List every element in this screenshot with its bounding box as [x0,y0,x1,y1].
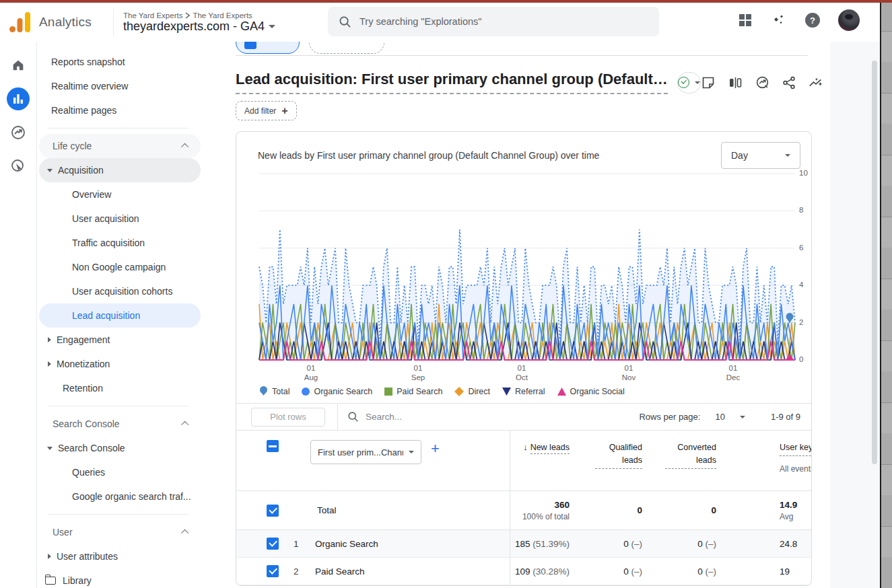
add-comparison-chip[interactable] [309,42,384,54]
table-search-input[interactable]: Search... [347,411,402,422]
chevron-down-icon [785,154,790,157]
legend-item[interactable]: Organic Social [557,387,625,396]
sidebar-item-overview[interactable]: Overview [38,182,202,207]
sidebar-item-google-organic-search[interactable]: Google organic search traf... [38,484,202,509]
table-row[interactable]: 2 Paid Search 109 (30.28%) 0 (–) 0 (–) 1… [236,558,811,585]
select-all-checkbox[interactable] [267,440,279,452]
app-bar: Analytics The Yard Experts The Yard Expe… [0,3,880,42]
legend-item[interactable]: Direct [454,387,490,396]
sidebar-item-acquisition[interactable]: Acquisition [39,158,201,182]
row-checkbox[interactable] [267,538,279,550]
column-header-user-key-events[interactable]: User key ev All events [727,431,812,490]
legend-item[interactable]: Total [259,386,289,396]
breadcrumb: The Yard Experts The Yard Experts [123,11,275,20]
sidebar-item-realtime-pages[interactable]: Realtime pages [38,98,202,122]
background-window-strip [880,0,892,588]
sidebar-item-lead-acquisition[interactable]: Lead acquisition [39,303,201,328]
row-checkbox[interactable] [267,505,279,517]
explore-icon[interactable] [7,155,30,178]
property-selector[interactable]: theyardexperts.com - GA4 [123,20,275,34]
add-filter-button[interactable]: Add filter + [236,101,297,120]
apps-grid-icon[interactable] [737,12,753,28]
granularity-select[interactable]: Day [721,142,800,169]
legend-item[interactable]: Organic Search [302,387,372,396]
column-header-qualified-leads[interactable]: Qualified leads [580,431,653,490]
section-header-user[interactable]: User [39,520,201,544]
plot-rows-button[interactable]: Plot rows [251,408,325,427]
chart-title: New leads by First user primary channel … [258,150,599,161]
sidebar-item-non-google-campaign[interactable]: Non Google campaign [38,255,202,279]
account-avatar[interactable] [838,9,860,31]
share-icon[interactable] [782,75,797,90]
sidebar-item-realtime-overview[interactable]: Realtime overview [38,74,202,98]
section-header-search-console[interactable]: Search Console [39,412,201,436]
table-row[interactable]: 1 Organic Search 185 (51.39%) 0 (–) 0 (–… [236,530,811,558]
dimension-select[interactable]: First user prim...Channel Group) [310,440,421,464]
note-icon[interactable] [701,75,716,90]
insights-icon[interactable] [755,75,770,90]
global-search-input[interactable]: Try searching "Explorations" [328,7,659,36]
sparkline-icon[interactable] [809,75,824,90]
advertising-icon[interactable] [7,121,30,144]
row-index: 1 [294,539,315,549]
add-dimension-button[interactable]: + [431,440,440,457]
divider [48,514,188,515]
chevron-down-icon [695,81,700,84]
help-icon[interactable]: ? [804,12,821,28]
home-icon[interactable] [7,54,30,77]
column-subheader: All events [780,464,812,474]
analytics-logo[interactable]: Analytics [0,12,113,32]
sidebar-item-user-attributes[interactable]: User attributes [39,544,201,568]
property-block[interactable]: The Yard Experts The Yard Experts theyar… [113,9,275,36]
column-header-new-leads[interactable]: ↓New leads [510,431,580,490]
x-tick-label: 01Dec [720,363,747,382]
rows-per-page-select[interactable]: 10 [715,412,745,422]
collapsed-icon [48,554,51,559]
sidebar-item-user-acquisition[interactable]: User acquisition [38,207,202,231]
sidebar-item-reports-snapshot[interactable]: Reports snapshot [38,50,202,74]
scrollbar-track[interactable] [830,42,880,588]
legend-item[interactable]: Referral [502,387,545,396]
report-card: New leads by First user primary channel … [236,131,812,586]
legend-item[interactable]: Paid Search [384,387,442,396]
breadcrumb-account[interactable]: The Yard Experts [123,11,182,20]
search-icon [347,411,359,422]
y-tick-label: 6 [799,244,812,252]
row-checkbox[interactable] [267,565,279,577]
breadcrumb-property[interactable]: The Yard Experts [193,11,252,20]
sidebar-item-user-acquisition-cohorts[interactable]: User acquisition cohorts [38,279,202,303]
chevron-down-icon [269,25,275,28]
collapsed-icon [48,337,51,342]
sidebar-item-retention[interactable]: Retention [39,376,201,400]
y-tick-label: 2 [799,318,812,326]
diamond-marker-icon [454,387,464,396]
published-check-icon [678,77,689,88]
section-header-life-cycle[interactable]: Life cycle [39,134,201,158]
sidebar-item-search-console[interactable]: Search Console [39,436,201,460]
sidebar-item-queries[interactable]: Queries [38,460,202,484]
report-status-pill[interactable] [677,72,701,94]
totals-label: Total [317,505,337,515]
rows-per-page-label: Rows per page: [639,412,700,422]
product-name: Analytics [39,15,92,30]
reports-sidebar: Reports snapshot Realtime overview Realt… [38,42,202,588]
table-toolbar: Plot rows Search... Rows per page: 10 1-… [236,404,811,431]
left-rail [0,42,37,588]
comparison-chip[interactable] [236,42,300,54]
sidebar-item-library[interactable]: Library [38,568,202,588]
timeseries-chart[interactable]: ,,,,,,,,,,,,,, 0246810 01Aug01Sep01Oct01… [259,174,811,383]
triangle-up-marker-icon [557,388,566,396]
sidebar-item-engagement[interactable]: Engagement [39,328,201,352]
compare-icon[interactable] [728,75,743,90]
reports-icon[interactable] [7,87,30,110]
sidebar-item-traffic-acquisition[interactable]: Traffic acquisition [38,231,202,255]
triangle-down-marker-icon [502,388,511,396]
pin-marker-icon [259,386,268,396]
sidebar-item-monetization[interactable]: Monetization [39,352,201,376]
x-tick-label: 01Oct [508,363,535,382]
gemini-sparkle-icon[interactable] [771,12,787,28]
column-header-converted-leads[interactable]: Converted leads [653,431,727,490]
divider [48,406,188,406]
comparison-chips-row [236,42,880,55]
scrollbar-thumb[interactable] [872,61,877,464]
